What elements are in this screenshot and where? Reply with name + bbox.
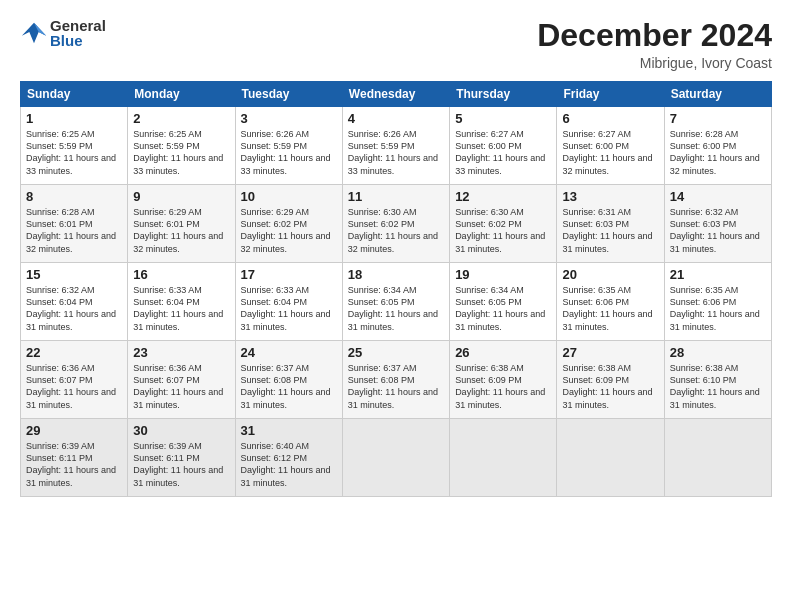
day-number: 25: [348, 345, 444, 360]
calendar-cell: 1Sunrise: 6:25 AM Sunset: 5:59 PM Daylig…: [21, 107, 128, 185]
day-info: Sunrise: 6:33 AM Sunset: 6:04 PM Dayligh…: [133, 284, 229, 333]
logo: General Blue: [20, 18, 106, 48]
day-info: Sunrise: 6:34 AM Sunset: 6:05 PM Dayligh…: [348, 284, 444, 333]
day-number: 19: [455, 267, 551, 282]
day-number: 9: [133, 189, 229, 204]
day-info: Sunrise: 6:32 AM Sunset: 6:04 PM Dayligh…: [26, 284, 122, 333]
day-info: Sunrise: 6:31 AM Sunset: 6:03 PM Dayligh…: [562, 206, 658, 255]
calendar-header: Sunday Monday Tuesday Wednesday Thursday…: [21, 82, 772, 107]
day-info: Sunrise: 6:30 AM Sunset: 6:02 PM Dayligh…: [455, 206, 551, 255]
header-row: Sunday Monday Tuesday Wednesday Thursday…: [21, 82, 772, 107]
calendar-cell: [342, 419, 449, 497]
day-info: Sunrise: 6:39 AM Sunset: 6:11 PM Dayligh…: [133, 440, 229, 489]
day-info: Sunrise: 6:30 AM Sunset: 6:02 PM Dayligh…: [348, 206, 444, 255]
calendar-cell: 6Sunrise: 6:27 AM Sunset: 6:00 PM Daylig…: [557, 107, 664, 185]
col-wednesday: Wednesday: [342, 82, 449, 107]
calendar-cell: 26Sunrise: 6:38 AM Sunset: 6:09 PM Dayli…: [450, 341, 557, 419]
calendar-cell: 4Sunrise: 6:26 AM Sunset: 5:59 PM Daylig…: [342, 107, 449, 185]
day-info: Sunrise: 6:27 AM Sunset: 6:00 PM Dayligh…: [562, 128, 658, 177]
day-info: Sunrise: 6:27 AM Sunset: 6:00 PM Dayligh…: [455, 128, 551, 177]
day-info: Sunrise: 6:33 AM Sunset: 6:04 PM Dayligh…: [241, 284, 337, 333]
month-title: December 2024: [537, 18, 772, 53]
calendar-week-2: 15Sunrise: 6:32 AM Sunset: 6:04 PM Dayli…: [21, 263, 772, 341]
day-number: 2: [133, 111, 229, 126]
calendar-week-3: 22Sunrise: 6:36 AM Sunset: 6:07 PM Dayli…: [21, 341, 772, 419]
day-number: 1: [26, 111, 122, 126]
calendar-body: 1Sunrise: 6:25 AM Sunset: 5:59 PM Daylig…: [21, 107, 772, 497]
day-number: 10: [241, 189, 337, 204]
calendar-cell: 20Sunrise: 6:35 AM Sunset: 6:06 PM Dayli…: [557, 263, 664, 341]
col-saturday: Saturday: [664, 82, 771, 107]
calendar-cell: 28Sunrise: 6:38 AM Sunset: 6:10 PM Dayli…: [664, 341, 771, 419]
day-info: Sunrise: 6:39 AM Sunset: 6:11 PM Dayligh…: [26, 440, 122, 489]
day-info: Sunrise: 6:29 AM Sunset: 6:02 PM Dayligh…: [241, 206, 337, 255]
day-info: Sunrise: 6:37 AM Sunset: 6:08 PM Dayligh…: [348, 362, 444, 411]
day-info: Sunrise: 6:28 AM Sunset: 6:01 PM Dayligh…: [26, 206, 122, 255]
day-number: 26: [455, 345, 551, 360]
day-info: Sunrise: 6:36 AM Sunset: 6:07 PM Dayligh…: [133, 362, 229, 411]
calendar-cell: 14Sunrise: 6:32 AM Sunset: 6:03 PM Dayli…: [664, 185, 771, 263]
day-info: Sunrise: 6:38 AM Sunset: 6:09 PM Dayligh…: [455, 362, 551, 411]
day-number: 27: [562, 345, 658, 360]
day-info: Sunrise: 6:25 AM Sunset: 5:59 PM Dayligh…: [133, 128, 229, 177]
day-number: 12: [455, 189, 551, 204]
day-number: 22: [26, 345, 122, 360]
day-info: Sunrise: 6:34 AM Sunset: 6:05 PM Dayligh…: [455, 284, 551, 333]
col-thursday: Thursday: [450, 82, 557, 107]
calendar-cell: 10Sunrise: 6:29 AM Sunset: 6:02 PM Dayli…: [235, 185, 342, 263]
calendar-cell: 12Sunrise: 6:30 AM Sunset: 6:02 PM Dayli…: [450, 185, 557, 263]
location: Mibrigue, Ivory Coast: [537, 55, 772, 71]
day-number: 14: [670, 189, 766, 204]
day-number: 30: [133, 423, 229, 438]
calendar-cell: 25Sunrise: 6:37 AM Sunset: 6:08 PM Dayli…: [342, 341, 449, 419]
calendar-cell: 16Sunrise: 6:33 AM Sunset: 6:04 PM Dayli…: [128, 263, 235, 341]
day-info: Sunrise: 6:35 AM Sunset: 6:06 PM Dayligh…: [670, 284, 766, 333]
calendar-cell: 13Sunrise: 6:31 AM Sunset: 6:03 PM Dayli…: [557, 185, 664, 263]
calendar-week-0: 1Sunrise: 6:25 AM Sunset: 5:59 PM Daylig…: [21, 107, 772, 185]
calendar-cell: 17Sunrise: 6:33 AM Sunset: 6:04 PM Dayli…: [235, 263, 342, 341]
calendar-cell: 21Sunrise: 6:35 AM Sunset: 6:06 PM Dayli…: [664, 263, 771, 341]
calendar-cell: 15Sunrise: 6:32 AM Sunset: 6:04 PM Dayli…: [21, 263, 128, 341]
day-number: 24: [241, 345, 337, 360]
day-number: 5: [455, 111, 551, 126]
day-number: 18: [348, 267, 444, 282]
day-number: 4: [348, 111, 444, 126]
calendar-cell: 24Sunrise: 6:37 AM Sunset: 6:08 PM Dayli…: [235, 341, 342, 419]
logo-general: General: [50, 18, 106, 33]
day-info: Sunrise: 6:38 AM Sunset: 6:09 PM Dayligh…: [562, 362, 658, 411]
day-info: Sunrise: 6:32 AM Sunset: 6:03 PM Dayligh…: [670, 206, 766, 255]
day-info: Sunrise: 6:26 AM Sunset: 5:59 PM Dayligh…: [241, 128, 337, 177]
calendar-cell: 30Sunrise: 6:39 AM Sunset: 6:11 PM Dayli…: [128, 419, 235, 497]
day-info: Sunrise: 6:40 AM Sunset: 6:12 PM Dayligh…: [241, 440, 337, 489]
calendar-cell: 29Sunrise: 6:39 AM Sunset: 6:11 PM Dayli…: [21, 419, 128, 497]
day-info: Sunrise: 6:29 AM Sunset: 6:01 PM Dayligh…: [133, 206, 229, 255]
calendar-cell: 27Sunrise: 6:38 AM Sunset: 6:09 PM Dayli…: [557, 341, 664, 419]
day-info: Sunrise: 6:25 AM Sunset: 5:59 PM Dayligh…: [26, 128, 122, 177]
day-number: 13: [562, 189, 658, 204]
calendar-cell: [664, 419, 771, 497]
day-number: 20: [562, 267, 658, 282]
logo-name: General Blue: [50, 18, 106, 48]
header: General Blue December 2024 Mibrigue, Ivo…: [20, 18, 772, 71]
day-number: 28: [670, 345, 766, 360]
calendar-cell: 9Sunrise: 6:29 AM Sunset: 6:01 PM Daylig…: [128, 185, 235, 263]
col-sunday: Sunday: [21, 82, 128, 107]
day-info: Sunrise: 6:28 AM Sunset: 6:00 PM Dayligh…: [670, 128, 766, 177]
day-number: 16: [133, 267, 229, 282]
calendar-cell: 18Sunrise: 6:34 AM Sunset: 6:05 PM Dayli…: [342, 263, 449, 341]
logo-icon: [20, 19, 48, 47]
logo-blue: Blue: [50, 33, 106, 48]
calendar-cell: 22Sunrise: 6:36 AM Sunset: 6:07 PM Dayli…: [21, 341, 128, 419]
calendar-cell: 2Sunrise: 6:25 AM Sunset: 5:59 PM Daylig…: [128, 107, 235, 185]
calendar-week-4: 29Sunrise: 6:39 AM Sunset: 6:11 PM Dayli…: [21, 419, 772, 497]
day-number: 29: [26, 423, 122, 438]
title-block: December 2024 Mibrigue, Ivory Coast: [537, 18, 772, 71]
day-number: 11: [348, 189, 444, 204]
day-number: 17: [241, 267, 337, 282]
calendar-cell: 8Sunrise: 6:28 AM Sunset: 6:01 PM Daylig…: [21, 185, 128, 263]
col-friday: Friday: [557, 82, 664, 107]
day-number: 23: [133, 345, 229, 360]
day-number: 31: [241, 423, 337, 438]
col-tuesday: Tuesday: [235, 82, 342, 107]
calendar-cell: 7Sunrise: 6:28 AM Sunset: 6:00 PM Daylig…: [664, 107, 771, 185]
